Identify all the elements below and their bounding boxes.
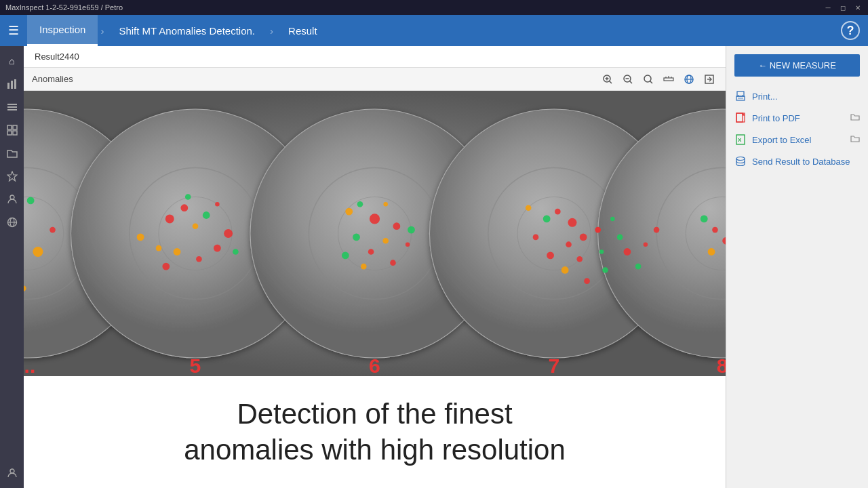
svg-rect-4 — [7, 106, 17, 108]
svg-point-102 — [610, 217, 614, 221]
sidebar-icon-adjust[interactable] — [3, 121, 22, 140]
title-bar-text: MaxInspect 1-2-52-991e659 / Petro — [5, 3, 123, 12]
svg-point-57 — [27, 197, 35, 205]
svg-point-67 — [196, 256, 202, 262]
svg-text:...: ... — [24, 354, 35, 376]
svg-point-76 — [370, 214, 380, 224]
svg-point-86 — [357, 201, 363, 207]
sidebar-icon-home[interactable]: ⌂ — [3, 52, 22, 70]
export-excel-action[interactable]: X Export to Excel — [734, 132, 860, 147]
svg-point-68 — [214, 245, 221, 252]
nav-item-shift-mt[interactable]: Shift MT Anomalies Detection. — [106, 15, 267, 46]
svg-point-11 — [10, 195, 14, 199]
measure-button[interactable] — [660, 71, 677, 87]
svg-point-69 — [233, 249, 239, 255]
print-pdf-folder-icon — [850, 113, 860, 123]
svg-point-92 — [580, 234, 587, 241]
sidebar-icon-layers[interactable] — [3, 98, 22, 117]
svg-rect-0 — [7, 83, 9, 89]
toolbar-icons — [599, 71, 717, 87]
close-button[interactable]: ✕ — [853, 3, 863, 12]
svg-point-89 — [543, 216, 551, 223]
svg-point-58 — [50, 227, 56, 233]
content-area: Result2440 Anomalies — [24, 46, 726, 488]
svg-text:8: 8 — [717, 354, 726, 376]
svg-point-99 — [561, 266, 569, 274]
bottom-text-area: Detection of the finestanomalies with hi… — [24, 376, 726, 488]
main-layout: ⌂ Result2440 — [0, 46, 868, 488]
sidebar-icon-globe[interactable] — [3, 213, 22, 232]
zoom-in-button[interactable] — [599, 71, 616, 87]
svg-rect-25 — [664, 78, 673, 81]
nav-item-inspection[interactable]: Inspection — [27, 15, 98, 46]
new-measure-button[interactable]: ← NEW MEASURE — [734, 54, 860, 77]
print-pdf-icon — [734, 112, 747, 124]
svg-point-63 — [193, 223, 199, 229]
svg-point-108 — [701, 216, 708, 223]
toolbar-label: Anomalies — [32, 74, 73, 84]
svg-point-104 — [624, 248, 631, 256]
svg-point-70 — [185, 194, 191, 200]
sidebar-icon-users[interactable] — [3, 190, 22, 209]
svg-point-62 — [180, 204, 188, 211]
svg-rect-121 — [738, 98, 743, 99]
left-sidebar: ⌂ — [0, 46, 24, 488]
svg-point-79 — [353, 234, 360, 241]
svg-rect-8 — [7, 131, 12, 135]
svg-text:6: 6 — [369, 354, 380, 376]
svg-point-101 — [602, 267, 608, 273]
nav-item-result[interactable]: Result — [276, 15, 330, 46]
print-label: Print... — [752, 92, 778, 102]
sidebar-icon-chart[interactable] — [3, 75, 22, 94]
viewer-area[interactable]: 5 6 7 8 ... Detection of the finestanoma… — [24, 91, 726, 488]
svg-rect-5 — [7, 109, 17, 110]
svg-point-82 — [342, 251, 349, 259]
svg-rect-6 — [7, 125, 12, 129]
inspection-canvas: 5 6 7 8 ... — [24, 91, 726, 376]
export-excel-folder-icon — [850, 134, 860, 145]
sidebar-icon-user-bottom[interactable] — [3, 464, 22, 483]
export-button[interactable] — [701, 71, 717, 87]
minimize-button[interactable]: ─ — [823, 3, 833, 12]
svg-point-75 — [345, 208, 353, 216]
svg-point-77 — [393, 222, 400, 230]
nav-divider-1: › — [98, 25, 106, 37]
breadcrumb-text: Result2440 — [35, 52, 79, 62]
svg-point-61 — [165, 214, 174, 223]
sidebar-icon-folder[interactable] — [3, 144, 22, 163]
print-pdf-action[interactable]: Print to PDF — [734, 110, 860, 125]
hamburger-menu[interactable]: ☰ — [8, 23, 19, 38]
svg-point-88 — [526, 205, 532, 211]
svg-point-66 — [174, 248, 181, 256]
export-excel-icon: X — [734, 134, 747, 146]
svg-marker-10 — [7, 171, 17, 181]
sidebar-icon-star[interactable] — [3, 167, 22, 186]
svg-point-131 — [736, 157, 745, 161]
print-action[interactable]: Print... — [734, 89, 860, 104]
maximize-button[interactable]: ◻ — [838, 3, 848, 12]
svg-point-84 — [390, 260, 396, 266]
action-list: Print... Print to PDF X Export to Excel — [734, 89, 860, 169]
detection-text: Detection of the finestanomalies with hi… — [184, 396, 566, 468]
svg-point-98 — [533, 235, 539, 241]
svg-point-56 — [33, 247, 43, 257]
svg-point-85 — [408, 226, 415, 234]
globe-button[interactable] — [681, 71, 697, 87]
svg-point-100 — [584, 278, 590, 284]
zoom-fit-button[interactable] — [640, 71, 656, 87]
send-db-action[interactable]: Send Result to Database — [734, 154, 860, 169]
svg-text:7: 7 — [549, 354, 560, 376]
svg-point-80 — [368, 249, 374, 255]
print-pdf-label: Print to PDF — [752, 113, 800, 123]
svg-point-64 — [203, 211, 210, 219]
right-panel: ← NEW MEASURE Print... Print to PDF — [726, 46, 868, 488]
svg-point-87 — [383, 202, 387, 206]
svg-point-93 — [595, 227, 601, 233]
zoom-out-button[interactable] — [620, 71, 636, 87]
export-excel-label: Export to Excel — [752, 135, 811, 145]
svg-point-103 — [617, 235, 623, 241]
send-db-icon — [734, 155, 747, 167]
svg-rect-2 — [14, 79, 16, 89]
help-button[interactable]: ? — [841, 21, 860, 40]
svg-text:X: X — [738, 137, 742, 143]
